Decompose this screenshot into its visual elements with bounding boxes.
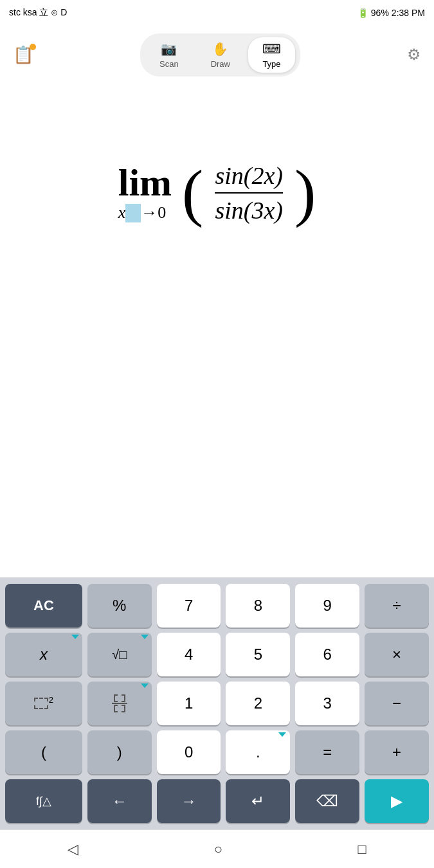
key-6[interactable]: 6 xyxy=(295,633,359,676)
expand-indicator-sqrt xyxy=(141,635,149,639)
key-7[interactable]: 7 xyxy=(157,584,221,628)
key-1[interactable]: 1 xyxy=(157,682,221,725)
key-multiply[interactable]: × xyxy=(365,633,429,676)
kb-row-3: 2 1 2 3 − xyxy=(5,682,429,725)
type-label: Type xyxy=(262,59,280,69)
key-square[interactable]: 2 xyxy=(5,682,82,725)
numerator: sin(2x) xyxy=(215,161,283,190)
key-9[interactable]: 9 xyxy=(295,584,359,628)
key-8[interactable]: 8 xyxy=(226,584,290,628)
status-right: 🔋 96% 2:38 PM xyxy=(357,8,425,18)
right-paren: ) xyxy=(294,161,316,225)
expand-indicator xyxy=(71,635,79,639)
scan-label: Scan xyxy=(159,59,179,69)
kb-row-5: f∫△ ← → ↵ ⌫ ▶ xyxy=(5,779,429,823)
kb-row-1: AC % 7 8 9 ÷ xyxy=(5,584,429,628)
battery-icon: 🔋 xyxy=(357,8,368,18)
square-icon: 2 xyxy=(34,698,53,709)
key-5[interactable]: 5 xyxy=(226,633,290,676)
sqrt-icon: √□ xyxy=(112,647,127,662)
key-4[interactable]: 4 xyxy=(157,633,221,676)
key-x[interactable]: x xyxy=(5,633,82,676)
tab-type[interactable]: ⌨ Type xyxy=(248,37,295,73)
key-equals[interactable]: = xyxy=(295,730,359,774)
key-backspace[interactable]: ⌫ xyxy=(295,779,359,823)
time: 2:38 PM xyxy=(392,8,425,18)
notification-dot xyxy=(30,44,36,50)
math-display[interactable]: lim x →0 ( sin(2x) sin(3x) ) xyxy=(0,84,434,302)
left-paren: ( xyxy=(182,161,203,225)
lim-subscript: x →0 xyxy=(118,203,167,222)
keyboard: AC % 7 8 9 ÷ x √□ 4 5 6 × 2 xyxy=(0,577,434,829)
key-0[interactable]: 0 xyxy=(157,730,221,774)
key-2[interactable]: 2 xyxy=(226,682,290,725)
fraction: sin(2x) sin(3x) xyxy=(210,161,288,224)
mode-tabs: 📷 Scan ✋ Draw ⌨ Type xyxy=(140,33,300,77)
nav-home[interactable]: ○ xyxy=(201,836,235,863)
key-divide[interactable]: ÷ xyxy=(365,584,429,628)
expand-indicator-frac xyxy=(141,683,149,688)
key-sqrt[interactable]: √□ xyxy=(87,633,152,676)
toolbar: 📋 📷 Scan ✋ Draw ⌨ Type ⚙ xyxy=(0,26,434,84)
limit-block: lim x →0 xyxy=(118,163,172,222)
key-minus[interactable]: − xyxy=(365,682,429,725)
carrier-text: stc ksa 立 ⊙ D xyxy=(9,7,67,19)
type-icon: ⌨ xyxy=(262,41,281,57)
key-right-arrow[interactable]: → xyxy=(157,779,221,823)
fraction-line xyxy=(215,192,283,194)
key-percent[interactable]: % xyxy=(87,584,152,628)
scan-icon: 📷 xyxy=(161,41,177,57)
arrow-zero: →0 xyxy=(141,203,166,222)
expand-indicator-dot xyxy=(278,732,286,737)
key-open-paren[interactable]: ( xyxy=(5,730,82,774)
bottom-nav: ◁ ○ □ xyxy=(0,829,434,868)
key-3[interactable]: 3 xyxy=(295,682,359,725)
key-plus[interactable]: + xyxy=(365,730,429,774)
x-variable: x xyxy=(118,203,126,222)
draw-icon: ✋ xyxy=(212,41,228,57)
key-enter[interactable]: ↵ xyxy=(226,779,290,823)
x-label: x xyxy=(40,646,48,664)
key-fraction[interactable] xyxy=(87,682,152,725)
tab-scan[interactable]: 📷 Scan xyxy=(145,37,193,73)
key-submit[interactable]: ▶ xyxy=(365,779,429,823)
kb-row-2: x √□ 4 5 6 × xyxy=(5,633,429,676)
x-highlight xyxy=(125,204,141,222)
math-expression: lim x →0 ( sin(2x) sin(3x) ) xyxy=(118,161,316,225)
exponent-2: 2 xyxy=(49,695,53,705)
key-left-arrow[interactable]: ← xyxy=(87,779,152,823)
settings-icon[interactable]: ⚙ xyxy=(407,46,421,64)
fraction-icon xyxy=(112,694,127,712)
nav-recents[interactable]: □ xyxy=(345,836,379,863)
battery-percent: 96% xyxy=(371,8,389,18)
status-bar: stc ksa 立 ⊙ D 🔋 96% 2:38 PM xyxy=(0,0,434,26)
notebook-button[interactable]: 📋 xyxy=(13,45,33,65)
denominator: sin(3x) xyxy=(215,196,283,224)
key-ac[interactable]: AC xyxy=(5,584,82,628)
draw-label: Draw xyxy=(211,59,230,69)
key-close-paren[interactable]: ) xyxy=(87,730,152,774)
lim-text: lim xyxy=(118,163,172,202)
kb-row-4: ( ) 0 . = + xyxy=(5,730,429,774)
tab-draw[interactable]: ✋ Draw xyxy=(197,37,244,73)
nav-back[interactable]: ◁ xyxy=(55,836,91,863)
key-dot[interactable]: . xyxy=(226,730,290,774)
key-functions[interactable]: f∫△ xyxy=(5,779,82,823)
